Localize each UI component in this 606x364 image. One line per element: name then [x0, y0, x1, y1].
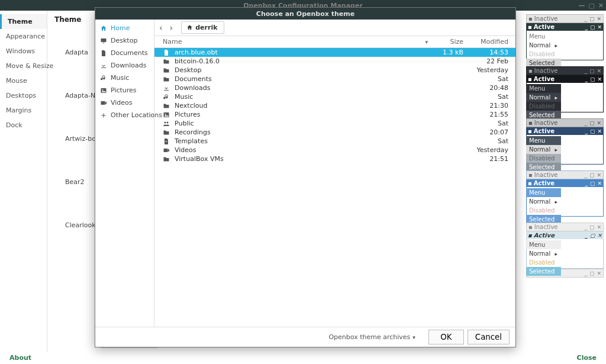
preview-menu: MenuNormal▸DisabledSelected	[526, 188, 561, 224]
theme-preview: ▪Inactive_▢✕▪Active_▢✕MenuNormal▸Disable…	[526, 66, 604, 112]
header-modified[interactable]: Modified	[470, 38, 512, 46]
sidebar-item-move-resize[interactable]: Move & Resize	[0, 59, 47, 73]
file-row[interactable]: bitcoin-0.16.022 Feb	[154, 57, 515, 66]
sidebar-item-appearance[interactable]: Appearance	[0, 29, 47, 44]
svg-point-8	[167, 121, 169, 123]
preview-active-titlebar: ▪Active_▢✕	[526, 75, 604, 83]
window-maximize-icon[interactable]: ▢	[588, 2, 594, 9]
sidebar-item-mouse[interactable]: Mouse	[0, 73, 47, 88]
window-icon: ▪	[528, 24, 532, 30]
place-videos[interactable]: Videos	[95, 96, 154, 109]
preview-active-titlebar: ▪Active_▢✕	[526, 231, 604, 239]
theme-preview: ▪Inactive_▢✕▪Active_▢✕MenuNormal▸Disable…	[526, 118, 604, 165]
cancel-button[interactable]: Cancel	[468, 330, 510, 344]
svg-rect-11	[164, 149, 168, 152]
file-name: Desktop	[175, 66, 428, 74]
about-link[interactable]: About	[9, 354, 31, 362]
sidebar-item-desktops[interactable]: Desktops	[0, 88, 47, 103]
place-label: Downloads	[111, 62, 146, 69]
template-icon	[163, 138, 171, 145]
svg-rect-10	[166, 141, 167, 142]
preview-inactive-titlebar: ▪Inactive_▢✕	[526, 170, 604, 179]
file-name: Music	[175, 93, 428, 101]
place-desktop[interactable]: Desktop	[95, 34, 154, 47]
folder-icon	[163, 156, 171, 163]
dialog-title-text: Choose an Openbox theme	[256, 10, 354, 18]
file-modified: 21:55	[470, 111, 512, 118]
place-home[interactable]: Home	[95, 22, 154, 34]
file-modified: Yesterday	[470, 146, 512, 154]
file-row[interactable]: Recordings20:07	[154, 128, 515, 137]
file-row[interactable]: Nextcloud21:30	[154, 101, 515, 110]
file-row[interactable]: Downloads20:48	[154, 83, 515, 92]
file-row[interactable]: MusicSat	[154, 92, 515, 101]
preview-inactive-titlebar: ▪Inactive_▢✕	[526, 14, 604, 23]
file-row[interactable]: DocumentsSat	[154, 75, 515, 83]
place-music[interactable]: Music	[95, 72, 154, 84]
svg-rect-1	[103, 43, 105, 43]
window-close-icon[interactable]: ✕	[598, 2, 604, 9]
preview-inactive-titlebar: ▪Inactive_▢✕	[526, 118, 604, 127]
sidebar-item-windows[interactable]: Windows	[0, 44, 47, 59]
file-name: VirtualBox VMs	[175, 155, 428, 163]
preview-menu: MenuNormal▸DisabledSelected	[526, 84, 561, 120]
file-row[interactable]: VideosYesterday	[154, 146, 515, 154]
file-name: Nextcloud	[175, 102, 428, 109]
file-modified: 21:51	[470, 155, 512, 163]
place-downloads[interactable]: Downloads	[95, 59, 154, 72]
path-forward-button[interactable]: ›	[170, 23, 173, 33]
preview-inactive-titlebar: ▪Inactive_▢✕	[526, 66, 604, 75]
folder-icon	[163, 58, 171, 65]
window-icon: ▪	[528, 172, 533, 178]
path-back-button[interactable]: ‹	[159, 23, 163, 33]
file-row[interactable]: TemplatesSat	[154, 137, 515, 146]
file-modified: Sat	[470, 120, 512, 127]
download-icon	[163, 85, 171, 92]
place-documents[interactable]: Documents	[95, 47, 154, 59]
folder-icon	[163, 67, 171, 74]
sidebar-item-theme[interactable]: Theme	[0, 14, 47, 29]
ok-button[interactable]: OK	[428, 330, 464, 344]
place-label: Pictures	[111, 86, 137, 94]
picture-icon	[100, 87, 107, 94]
file-name: Videos	[175, 146, 428, 154]
file-name: bitcoin-0.16.0	[175, 57, 428, 65]
theme-preview-panel: ▪Inactive_▢✕▪Active_▢✕MenuNormal▸Disable…	[526, 11, 606, 352]
svg-rect-0	[101, 38, 107, 42]
file-name: Downloads	[175, 84, 428, 92]
breadcrumb-home[interactable]: derrik	[181, 21, 224, 34]
preview-active-titlebar: ▪Active_▢✕	[526, 127, 604, 135]
file-row[interactable]: Pictures21:55	[154, 110, 515, 119]
sidebar-item-margins[interactable]: Margins	[0, 103, 47, 118]
folder-icon	[163, 76, 171, 83]
music-icon	[163, 94, 171, 101]
file-row[interactable]: arch.blue.obt1.3 kB14:53	[154, 48, 515, 57]
dialog-titlebar: Choose an Openbox theme	[95, 8, 515, 20]
video-icon	[163, 147, 171, 154]
file-modified: Yesterday	[470, 66, 512, 74]
svg-rect-4	[101, 101, 105, 105]
header-name[interactable]: Name ▾	[163, 38, 428, 46]
file-modified: Sat	[470, 137, 512, 145]
file-list-header: Name ▾ Size Modified	[154, 36, 515, 48]
picture-icon	[163, 111, 171, 118]
file-row[interactable]: DesktopYesterday	[154, 66, 515, 75]
file-name: Templates	[175, 137, 428, 145]
file-chooser-dialog: Choose an Openbox theme HomeDesktopDocum…	[95, 7, 516, 347]
preview-active-titlebar: ▪Active_▢✕	[526, 179, 604, 187]
place-pictures[interactable]: Pictures	[95, 84, 154, 96]
header-size[interactable]: Size	[431, 38, 467, 46]
preview-active-titlebar: ▪Active_▢✕	[526, 23, 604, 31]
file-modified: 22 Feb	[470, 57, 512, 65]
file-list[interactable]: arch.blue.obt1.3 kB14:53bitcoin-0.16.022…	[154, 48, 515, 327]
theme-preview: ▪Inactive_▢✕▪Active_▢✕MenuNormal▸Disable…	[526, 170, 604, 217]
file-modified: Sat	[470, 75, 512, 83]
file-row[interactable]: PublicSat	[154, 119, 515, 128]
sidebar-item-dock[interactable]: Dock	[0, 118, 47, 133]
place-other-locations[interactable]: Other Locations	[95, 109, 154, 121]
dialog-places-sidebar: HomeDesktopDocumentsDownloadsMusicPictur…	[95, 20, 154, 327]
window-minimize-icon[interactable]: —	[578, 2, 585, 9]
close-link[interactable]: Close	[577, 354, 597, 362]
file-row[interactable]: VirtualBox VMs21:51	[154, 154, 515, 163]
file-type-filter[interactable]: Openbox theme archives ▾	[328, 333, 415, 341]
